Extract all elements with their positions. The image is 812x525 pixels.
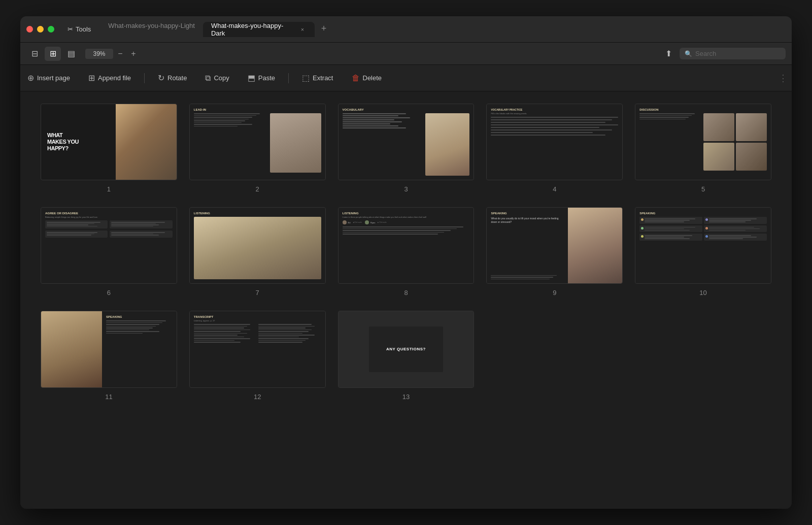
slide-num-2: 2	[256, 185, 259, 193]
slide-4-title: VOCABULARY PRACTICE	[491, 108, 618, 111]
slide-thumb-9: SPEAKING What do you usually do to lift …	[486, 207, 623, 284]
slide-num-12: 12	[254, 393, 261, 401]
share-button[interactable]: ⬆	[661, 47, 675, 61]
append-file-icon: ⊞	[88, 73, 95, 83]
tab-2-label: What-makes-you-happy-Dark	[211, 22, 294, 37]
tabs-area: What-makes-you-happy-Light What-makes-yo…	[100, 22, 786, 37]
traffic-lights	[26, 26, 54, 32]
extract-icon: ⬚	[302, 73, 310, 83]
copy-button[interactable]: ⧉ Copy	[198, 71, 236, 86]
slide-thumb-11: SPEAKING	[41, 311, 177, 387]
slide-9-title: SPEAKING	[491, 212, 564, 215]
more-options-button[interactable]: ⋮	[779, 73, 792, 84]
slide-item-2[interactable]: LEAD-IN	[189, 104, 326, 193]
delete-label: Delete	[363, 74, 382, 82]
zoom-control: 39% − +	[85, 48, 140, 60]
paste-icon: ⬒	[248, 73, 255, 83]
grid-view-icon: ⊞	[50, 49, 56, 58]
append-file-button[interactable]: ⊞ Append file	[81, 70, 138, 86]
speaking-cell-3	[639, 225, 702, 233]
slide-item-4[interactable]: VOCABULARY PRACTICE Fill in the blanks w…	[486, 104, 623, 193]
slide-1-title: WHATMAKES YOUHAPPY?	[47, 132, 110, 152]
avatar-ryan: Ryan ▶ Click audio	[365, 220, 387, 224]
slide-item-3[interactable]: VOCABULARY	[338, 104, 475, 193]
slide-thumb-4: VOCABULARY PRACTICE Fill in the blanks w…	[486, 104, 623, 180]
rotate-button[interactable]: ↻ Rotate	[151, 70, 194, 86]
slide-3-title: VOCABULARY	[343, 108, 470, 111]
slide-num-13: 13	[402, 393, 410, 401]
slide-item-13[interactable]: ANY QUESTIONS? 13	[338, 311, 475, 400]
slide-num-8: 8	[404, 289, 408, 297]
tools-icon: ✂	[67, 25, 73, 33]
page-view-icon: ▤	[67, 49, 75, 58]
share-icon: ⬆	[665, 49, 672, 58]
minimize-button[interactable]	[37, 26, 44, 32]
slide-item-5[interactable]: DISCUSSION	[635, 104, 771, 193]
slide-5-title: DISCUSSION	[639, 108, 767, 111]
rotate-icon: ↻	[158, 73, 164, 83]
slide-thumb-7: LISTENING	[189, 207, 326, 284]
slide-thumb-10: SPEAKING	[635, 207, 771, 284]
titlebar: ✂ Tools What-makes-you-happy-Light What-…	[20, 16, 792, 43]
tab-1-label: What-makes-you-happy-Light	[108, 22, 195, 29]
slide-num-5: 5	[701, 185, 705, 193]
slide-num-9: 9	[553, 289, 556, 297]
speaking-cell-1	[639, 217, 702, 224]
insert-page-button[interactable]: ⊕ Insert page	[20, 70, 77, 86]
slide-item-12[interactable]: TRANSCRIPT Listening, approx. p. 17	[189, 311, 326, 400]
paste-button[interactable]: ⬒ Paste	[241, 70, 282, 86]
slide-item-11[interactable]: SPEAKING	[41, 311, 177, 400]
divider-1	[144, 73, 145, 83]
search-input[interactable]	[695, 50, 781, 57]
slide-num-11: 11	[105, 393, 112, 401]
tools-menu[interactable]: ✂ Tools	[62, 23, 96, 35]
speaking-cell-4	[704, 225, 767, 233]
insert-page-icon: ⊕	[27, 73, 34, 83]
add-tab-button[interactable]: +	[317, 22, 331, 36]
tab-2-close[interactable]: ×	[298, 25, 307, 34]
app-window: ✂ Tools What-makes-you-happy-Light What-…	[20, 16, 792, 509]
search-icon: 🔍	[685, 50, 692, 57]
slide-12-title: TRANSCRIPT	[194, 315, 321, 318]
slide-item-8[interactable]: LISTENING Listen to three people talking…	[338, 207, 475, 297]
tab-2[interactable]: What-makes-you-happy-Dark ×	[203, 22, 315, 37]
page-view-button[interactable]: ▤	[63, 47, 79, 61]
copy-label: Copy	[214, 74, 229, 82]
maximize-button[interactable]	[48, 26, 54, 32]
main-content: WHATMAKES YOUHAPPY? 1 LEAD-IN	[20, 91, 792, 509]
slide-thumb-13: ANY QUESTIONS?	[338, 311, 475, 387]
extract-button[interactable]: ⬚ Extract	[295, 70, 340, 86]
slide-item-9[interactable]: SPEAKING What do you usually do to lift …	[486, 207, 623, 297]
delete-button[interactable]: 🗑 Delete	[345, 71, 389, 86]
slide-num-1: 1	[107, 185, 111, 193]
avatar-ed: Ed ▶ Click audio	[343, 220, 362, 224]
delete-icon: 🗑	[352, 74, 360, 83]
slide-num-4: 4	[553, 185, 556, 193]
slide-item-7[interactable]: LISTENING 7	[189, 207, 326, 297]
toolbar: ⊟ ⊞ ▤ 39% − + ⬆ 🔍	[20, 43, 792, 65]
zoom-display[interactable]: 39%	[85, 49, 113, 59]
zoom-out-button[interactable]: −	[114, 48, 126, 60]
slide-thumb-8: LISTENING Listen to three people talking…	[338, 207, 475, 284]
toolbar-right: ⬆ 🔍	[661, 47, 786, 61]
zoom-in-button[interactable]: +	[127, 48, 140, 60]
insert-page-label: Insert page	[37, 74, 70, 82]
sidebar-toggle-button[interactable]: ⊟	[26, 47, 43, 61]
grid-view-button[interactable]: ⊞	[45, 47, 61, 61]
slide-thumb-2: LEAD-IN	[189, 104, 326, 180]
slide-2-title: LEAD-IN	[194, 108, 321, 111]
slide-13-title: ANY QUESTIONS?	[386, 347, 426, 351]
slide-thumb-12: TRANSCRIPT Listening, approx. p. 17	[189, 311, 326, 387]
search-bar[interactable]: 🔍	[680, 48, 786, 59]
slide-num-6: 6	[107, 289, 111, 297]
slide-8-title: LISTENING	[343, 212, 470, 215]
toolbar-left: ⊟ ⊞ ▤ 39% − +	[26, 47, 140, 61]
slide-item-6[interactable]: AGREE OR DISAGREE Balancing simple thing…	[41, 207, 177, 297]
slide-thumb-6: AGREE OR DISAGREE Balancing simple thing…	[41, 207, 177, 284]
close-button[interactable]	[26, 26, 33, 32]
slide-item-1[interactable]: WHATMAKES YOUHAPPY? 1	[41, 104, 177, 193]
tab-1[interactable]: What-makes-you-happy-Light	[100, 22, 203, 29]
slide-item-10[interactable]: SPEAKING	[635, 207, 771, 297]
slide-thumb-5: DISCUSSION	[635, 104, 771, 180]
slide-7-title: LISTENING	[194, 212, 321, 215]
